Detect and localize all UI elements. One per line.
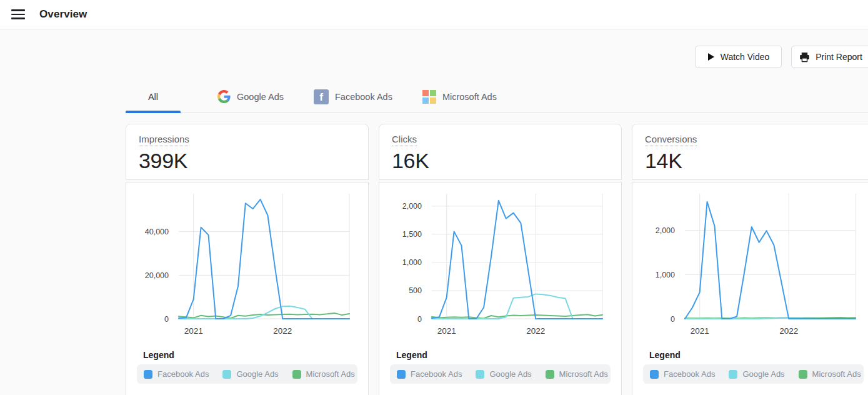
watch-video-button[interactable]: Watch Video — [695, 46, 782, 68]
tab-label: Facebook Ads — [335, 92, 392, 102]
legend-label: Microsoft Ads — [306, 369, 355, 379]
app-header: Overview — [0, 0, 868, 29]
y-axis-tick-label: 2,000 — [656, 226, 675, 235]
tab-label: Microsoft Ads — [442, 92, 497, 102]
tab-bar: AllGoogle AdsfFacebook AdsMicrosoft Ads — [126, 80, 512, 113]
cards-row: Impressions 399K 020,00040,00020212022 L… — [126, 124, 868, 395]
legend-label: Microsoft Ads — [812, 369, 861, 379]
series-line-facebook-ads — [432, 201, 602, 319]
series-line-facebook-ads — [179, 199, 349, 319]
tab-google-ads[interactable]: Google Ads — [202, 80, 299, 113]
legend-item: Microsoft Ads — [292, 369, 355, 379]
print-report-button[interactable]: Print Report — [791, 46, 868, 68]
legend-swatch — [476, 370, 484, 379]
legend-label: Facebook Ads — [411, 369, 462, 379]
y-axis-tick-label: 1,000 — [402, 258, 422, 267]
play-icon — [707, 52, 715, 61]
tab-facebook-ads[interactable]: fFacebook Ads — [299, 80, 407, 113]
legend-title: Legend — [649, 350, 868, 360]
watch-video-label: Watch Video — [721, 52, 770, 62]
metric-label[interactable]: Clicks — [392, 134, 417, 146]
x-axis-tick-label: 2022 — [273, 326, 292, 336]
metric-value: 16K — [392, 149, 609, 173]
y-axis-tick-label: 2,000 — [402, 202, 422, 211]
legend-label: Google Ads — [236, 369, 278, 379]
printer-icon — [799, 52, 810, 62]
metric-value: 399K — [139, 149, 356, 173]
facebook-logo: f — [314, 89, 329, 104]
legend-swatch — [650, 370, 659, 379]
line-chart: 05001,0001,5002,00020212022 — [379, 186, 621, 341]
legend-item: Google Ads — [476, 369, 531, 379]
x-axis-tick-label: 2021 — [184, 326, 203, 336]
line-chart-svg: 05001,0001,5002,00020212022 — [379, 186, 621, 341]
legend-item: Microsoft Ads — [546, 369, 608, 379]
metric-card: Clicks 16K 05001,0001,5002,00020212022 L… — [379, 124, 622, 395]
legend-title: Legend — [396, 350, 621, 360]
legend-title: Legend — [143, 350, 368, 360]
metric-chart-panel: 01,0002,00020212022 Legend Facebook AdsG… — [632, 182, 868, 395]
y-axis-tick-label: 20,000 — [145, 271, 169, 280]
legend-label: Google Ads — [489, 369, 531, 379]
line-chart: 01,0002,00020212022 — [632, 186, 868, 341]
page-title: Overview — [39, 8, 87, 21]
x-axis-tick-label: 2022 — [526, 326, 545, 336]
legend-swatch — [144, 370, 152, 379]
metric-label[interactable]: Conversions — [645, 134, 697, 146]
legend-swatch — [397, 370, 406, 379]
hamburger-menu-icon[interactable] — [7, 4, 29, 25]
y-axis-tick-label: 40,000 — [145, 228, 169, 236]
y-axis-tick-label: 0 — [417, 315, 422, 324]
legend-swatch — [222, 370, 231, 379]
x-axis-tick-label: 2021 — [691, 326, 709, 336]
tab-label: All — [148, 92, 158, 102]
series-line-google-ads — [179, 306, 349, 319]
metric-card: Conversions 14K 01,0002,00020212022 Lege… — [632, 124, 868, 395]
tab-microsoft-ads[interactable]: Microsoft Ads — [407, 80, 512, 113]
y-axis-tick-label: 1,500 — [402, 230, 422, 239]
legend-swatch — [546, 370, 554, 379]
line-chart: 020,00040,00020212022 — [126, 186, 368, 341]
legend: Facebook AdsGoogle AdsMicrosoft Ads — [137, 364, 357, 384]
legend: Facebook AdsGoogle AdsMicrosoft Ads — [643, 364, 864, 384]
metric-chart-panel: 020,00040,00020212022 Legend Facebook Ad… — [126, 182, 369, 395]
y-axis-tick-label: 0 — [671, 315, 675, 324]
legend-item: Facebook Ads — [144, 369, 209, 379]
legend-label: Google Ads — [742, 369, 784, 379]
legend-swatch — [799, 370, 807, 379]
metric-value: 14K — [645, 149, 862, 173]
metric-label[interactable]: Impressions — [139, 134, 189, 146]
y-axis-tick-label: 1,000 — [656, 271, 675, 279]
legend-label: Facebook Ads — [157, 369, 209, 379]
series-line-microsoft-ads — [432, 314, 602, 318]
metric-chart-panel: 05001,0001,5002,00020212022 Legend Faceb… — [379, 182, 622, 395]
y-axis-tick-label: 0 — [164, 315, 169, 324]
legend-item: Facebook Ads — [650, 369, 715, 379]
metric-card-header: Impressions 399K — [126, 124, 369, 180]
tab-all[interactable]: All — [126, 80, 181, 113]
metric-card-header: Conversions 14K — [632, 124, 868, 180]
legend-swatch — [729, 370, 737, 379]
legend-label: Facebook Ads — [664, 369, 715, 379]
line-chart-svg: 020,00040,00020212022 — [126, 186, 368, 341]
print-report-label: Print Report — [816, 52, 862, 62]
metric-card-header: Clicks 16K — [379, 124, 622, 180]
tab-label: Google Ads — [237, 92, 284, 102]
series-line-facebook-ads — [685, 202, 856, 319]
legend-item: Google Ads — [729, 369, 784, 379]
line-chart-svg: 01,0002,00020212022 — [632, 186, 868, 341]
google-logo — [217, 90, 231, 103]
legend-item: Facebook Ads — [397, 369, 462, 379]
x-axis-tick-label: 2022 — [779, 326, 798, 336]
microsoft-logo — [422, 90, 436, 104]
y-axis-tick-label: 500 — [409, 286, 422, 295]
legend-item: Google Ads — [222, 369, 278, 379]
x-axis-tick-label: 2021 — [437, 326, 456, 336]
legend-label: Microsoft Ads — [559, 369, 608, 379]
legend-item: Microsoft Ads — [799, 369, 861, 379]
legend: Facebook AdsGoogle AdsMicrosoft Ads — [390, 364, 611, 384]
metric-card: Impressions 399K 020,00040,00020212022 L… — [126, 124, 369, 395]
legend-swatch — [292, 370, 301, 379]
